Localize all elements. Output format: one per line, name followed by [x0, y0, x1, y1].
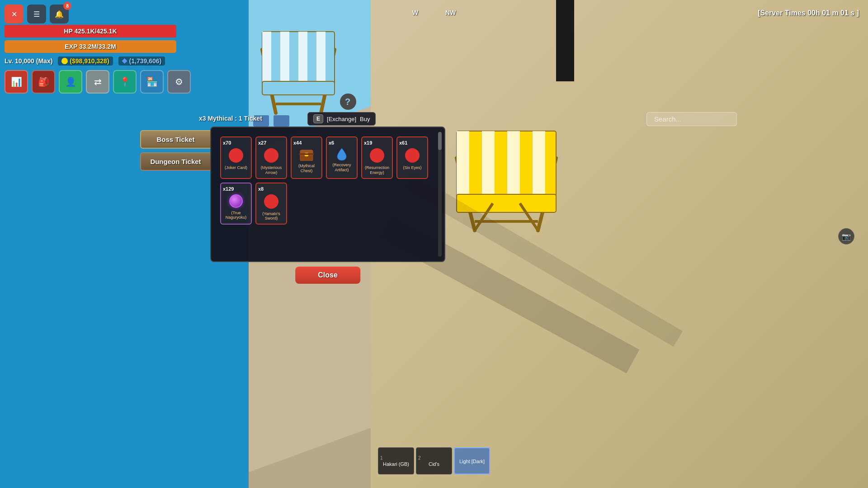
item-count: x19 [364, 140, 372, 145]
mythical-chest-icon [299, 148, 314, 161]
item-joker-card[interactable]: x70 (Joker Card) [220, 136, 252, 179]
character-button[interactable]: 👤 [59, 70, 82, 94]
svg-point-29 [232, 152, 240, 159]
item-label: (Yamato's Sword) [258, 211, 284, 221]
item-label: (Mythical Chest) [293, 164, 320, 174]
exchange-popup: E [Exchange] Buy [307, 112, 376, 126]
level-currency-bar: Lv. 10,000 (Max) ($98,910,328) (1,739,60… [5, 56, 165, 66]
svg-point-36 [409, 152, 416, 159]
bottom-hotbar: 1 Hakari (GB) 2 Cid's Light [Dark] [378, 447, 490, 474]
dungeon-ticket-tab[interactable]: Dungeon Ticket [140, 152, 210, 171]
camera-button[interactable]: 📷 [838, 228, 854, 244]
roblox-icon[interactable]: ✕ [5, 5, 24, 23]
item-label: (Recovery Artifact) [329, 163, 355, 173]
item-count: x129 [223, 186, 234, 192]
main-dialog: Boss Ticket Dungeon Ticket x70 (Joker Ca… [140, 127, 445, 262]
gold-icon [61, 58, 68, 64]
hotbar-slot-2[interactable]: 2 Cid's [416, 447, 452, 474]
compass-west: W [412, 9, 418, 16]
map-button[interactable]: 📍 [113, 70, 137, 94]
item-resurrection-energy[interactable]: x19 (Resurrection Energy) [361, 136, 393, 179]
exchange-key: E [313, 114, 323, 123]
scrollbar[interactable] [438, 132, 442, 257]
gem-currency: (1,739,606) [118, 56, 165, 66]
mythical-count-label: x3 Mythical : 1 Ticket [199, 115, 262, 122]
hp-bar-text: HP 425.1K/425.1K [5, 25, 176, 38]
slot-character: Hakari (GB) [383, 461, 409, 467]
exp-bar-text: EXP 33.2M/33.2M [5, 40, 176, 53]
item-recovery-artifact[interactable]: x6 (Recovery Artifact) [326, 136, 358, 179]
roblox-symbol: ✕ [11, 10, 17, 19]
mysterious-arrow-icon [264, 148, 278, 163]
gem-amount: (1,739,606) [129, 57, 162, 65]
dialog-content: x70 (Joker Card) x27 (Mysterious Arrow) [210, 127, 445, 262]
item-mythical-chest[interactable]: x44 (Mythical Chest) [291, 136, 322, 179]
hotbar-slot-3[interactable]: Light [Dark] [454, 447, 490, 474]
hamburger-icon: ☰ [33, 10, 40, 19]
joker-card-icon [229, 148, 243, 163]
true-naguryoku-icon [229, 194, 243, 208]
item-count: x8 [258, 186, 264, 192]
exchange-action: Buy [360, 116, 370, 122]
search-bar[interactable]: Search... [646, 112, 737, 126]
item-label: (Resurrection Energy) [364, 165, 390, 175]
six-eyes-icon [405, 148, 420, 163]
compass-northwest: NW [445, 9, 456, 16]
stats-button[interactable]: 📊 [5, 70, 28, 94]
svg-point-30 [268, 152, 275, 159]
slot-number: 2 [416, 455, 423, 461]
boss-ticket-tab[interactable]: Boss Ticket [140, 130, 210, 149]
resurrection-energy-icon [370, 148, 384, 163]
item-six-eyes[interactable]: x61 (Six Eyes) [396, 136, 428, 179]
exchange-button[interactable]: ⇄ [86, 70, 109, 94]
item-count: x27 [258, 140, 266, 145]
notification-button[interactable]: 🔔 8 [50, 5, 69, 23]
exp-bar: EXP 33.2M/33.2M [5, 40, 176, 53]
bars-container: HP 425.1K/425.1K EXP 33.2M/33.2M [5, 25, 176, 53]
exchange-label: [Exchange] [327, 116, 356, 122]
compass: W NW [412, 9, 456, 16]
item-yamatos-sword[interactable]: x8 (Yamato's Sword) [255, 183, 287, 225]
items-grid-row1: x70 (Joker Card) x27 (Mysterious Arrow) [220, 136, 435, 179]
gold-currency: ($98,910,328) [58, 56, 113, 66]
yamatos-sword-icon [264, 194, 278, 209]
player-level: Lv. 10,000 (Max) [5, 57, 52, 65]
beach-area [371, 0, 868, 488]
slot-number: 1 [378, 455, 385, 461]
gold-amount: ($98,910,328) [70, 57, 109, 65]
action-button-bar: 📊 🎒 👤 ⇄ 📍 🏪 ⚙ [5, 70, 191, 94]
item-true-naguryoku[interactable]: x129 (True Naguryoku) [220, 183, 252, 225]
item-label: (Six Eyes) [403, 165, 421, 170]
item-count: x6 [329, 140, 334, 145]
svg-point-37 [268, 198, 275, 205]
item-mysterious-arrow[interactable]: x27 (Mysterious Arrow) [255, 136, 287, 179]
inventory-button[interactable]: 🎒 [32, 70, 55, 94]
gem-icon [122, 58, 127, 64]
shop-button[interactable]: 🏪 [140, 70, 164, 94]
hp-bar: HP 425.1K/425.1K [5, 25, 176, 38]
item-label: (Mysterious Arrow) [258, 165, 284, 175]
slot-number [455, 457, 458, 459]
menu-button[interactable]: ☰ [27, 5, 46, 23]
slot-character: Light [Dark] [459, 459, 485, 465]
slot-character: Cid's [429, 461, 439, 467]
svg-point-35 [373, 152, 381, 159]
bell-icon: 🔔 [55, 10, 64, 19]
item-label: (Joker Card) [225, 165, 247, 170]
close-button[interactable]: Close [295, 267, 360, 284]
top-icon-bar: ✕ ☰ 🔔 8 [5, 5, 69, 23]
tab-buttons: Boss Ticket Dungeon Ticket [140, 127, 210, 262]
settings-button[interactable]: ⚙ [167, 70, 191, 94]
notification-badge: 8 [63, 2, 71, 10]
server-time: [Server Times 00h 01 m 01 s ] [758, 9, 859, 17]
item-count: x44 [293, 140, 302, 145]
item-count: x61 [399, 140, 407, 145]
item-label: (True Naguryoku) [223, 211, 249, 221]
item-count: x70 [223, 140, 231, 145]
recovery-artifact-icon [336, 147, 347, 161]
hotbar-slot-1[interactable]: 1 Hakari (GB) [378, 447, 414, 474]
items-grid-row2: x129 (True Naguryoku) x8 (Yamato's Sword… [220, 183, 435, 225]
svg-rect-34 [299, 153, 314, 155]
scrollbar-thumb[interactable] [438, 132, 442, 150]
